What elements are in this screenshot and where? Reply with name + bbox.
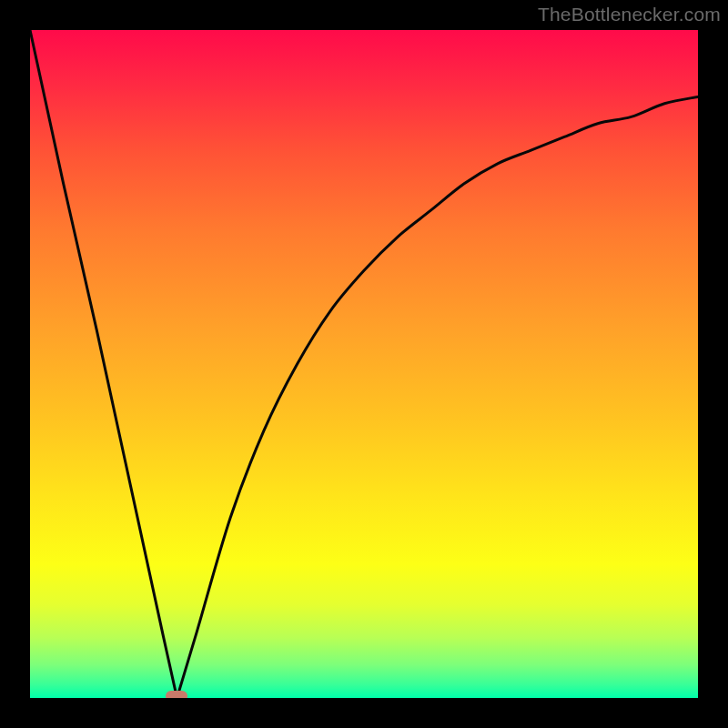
curve-svg [30,30,698,698]
plot-area [30,30,698,698]
min-marker [166,691,187,698]
watermark-text: TheBottlenecker.com [538,4,721,25]
bottleneck-curve [30,30,698,698]
chart-frame: TheBottlenecker.com [0,0,728,728]
